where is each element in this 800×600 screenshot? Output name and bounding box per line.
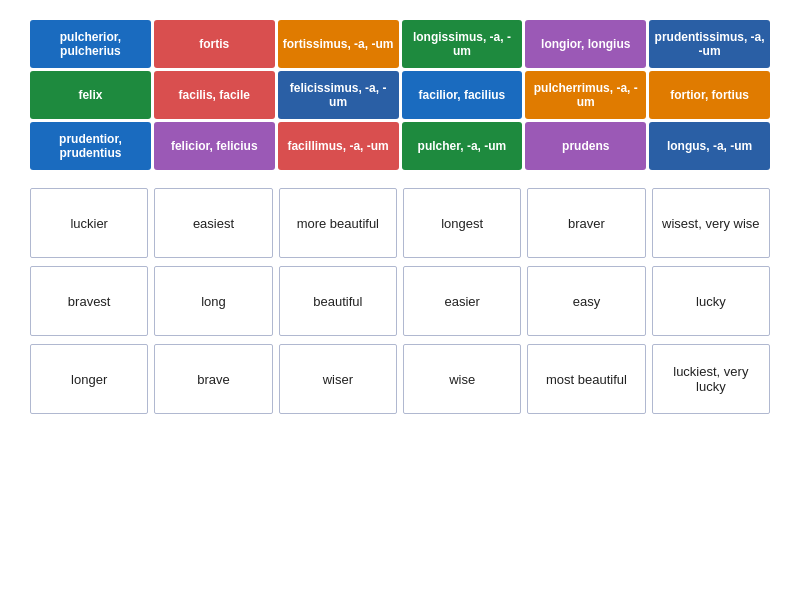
english-cell-2-0[interactable]: longer <box>30 344 148 414</box>
latin-cell-5[interactable]: prudentissimus, -a, -um <box>649 20 770 68</box>
english-cell-1-5[interactable]: lucky <box>652 266 770 336</box>
latin-cell-4[interactable]: longior, longius <box>525 20 646 68</box>
english-cell-0-1[interactable]: easiest <box>154 188 272 258</box>
latin-grid: pulcherior, pulcheriusfortisfortissimus,… <box>30 20 770 170</box>
latin-cell-3[interactable]: longissimus, -a, -um <box>402 20 523 68</box>
english-cell-1-4[interactable]: easy <box>527 266 645 336</box>
english-grid-wrapper: luckiereasiestmore beautifullongestbrave… <box>30 188 770 414</box>
english-cell-1-2[interactable]: beautiful <box>279 266 397 336</box>
english-cell-1-0[interactable]: bravest <box>30 266 148 336</box>
english-cell-1-1[interactable]: long <box>154 266 272 336</box>
english-row-2: longerbravewiserwisemost beautifulluckie… <box>30 344 770 414</box>
latin-cell-10[interactable]: pulcherrimus, -a, -um <box>525 71 646 119</box>
latin-cell-2[interactable]: fortissimus, -a, -um <box>278 20 399 68</box>
latin-cell-8[interactable]: felicissimus, -a, -um <box>278 71 399 119</box>
english-row-1: bravestlongbeautifuleasiereasylucky <box>30 266 770 336</box>
latin-cell-6[interactable]: felix <box>30 71 151 119</box>
english-row-0: luckiereasiestmore beautifullongestbrave… <box>30 188 770 258</box>
latin-cell-12[interactable]: prudentior, prudentius <box>30 122 151 170</box>
english-cell-1-3[interactable]: easier <box>403 266 521 336</box>
latin-cell-14[interactable]: facillimus, -a, -um <box>278 122 399 170</box>
english-cell-0-5[interactable]: wisest, very wise <box>652 188 770 258</box>
english-cell-2-5[interactable]: luckiest, very lucky <box>652 344 770 414</box>
latin-cell-11[interactable]: fortior, fortius <box>649 71 770 119</box>
latin-cell-9[interactable]: facilior, facilius <box>402 71 523 119</box>
english-cell-2-3[interactable]: wise <box>403 344 521 414</box>
english-cell-2-4[interactable]: most beautiful <box>527 344 645 414</box>
english-cell-0-3[interactable]: longest <box>403 188 521 258</box>
latin-cell-1[interactable]: fortis <box>154 20 275 68</box>
latin-cell-17[interactable]: longus, -a, -um <box>649 122 770 170</box>
latin-cell-13[interactable]: felicior, felicius <box>154 122 275 170</box>
english-cell-2-1[interactable]: brave <box>154 344 272 414</box>
english-cell-2-2[interactable]: wiser <box>279 344 397 414</box>
latin-cell-7[interactable]: facilis, facile <box>154 71 275 119</box>
latin-cell-15[interactable]: pulcher, -a, -um <box>402 122 523 170</box>
latin-cell-0[interactable]: pulcherior, pulcherius <box>30 20 151 68</box>
latin-cell-16[interactable]: prudens <box>525 122 646 170</box>
english-cell-0-0[interactable]: luckier <box>30 188 148 258</box>
english-cell-0-4[interactable]: braver <box>527 188 645 258</box>
english-cell-0-2[interactable]: more beautiful <box>279 188 397 258</box>
